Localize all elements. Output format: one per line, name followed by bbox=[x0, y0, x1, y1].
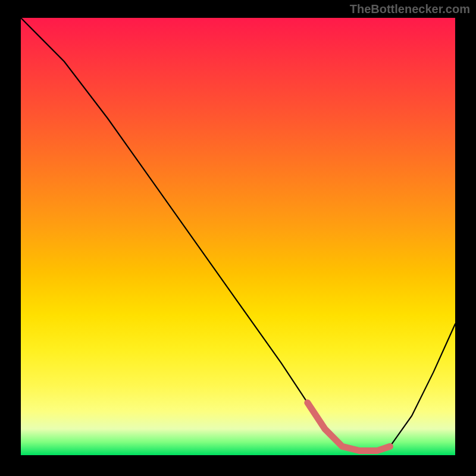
highlight-band bbox=[308, 403, 390, 451]
watermark-text: TheBottlenecker.com bbox=[350, 2, 470, 16]
chart-svg bbox=[21, 18, 455, 455]
bottleneck-curve bbox=[21, 18, 455, 451]
plot-area bbox=[21, 18, 455, 455]
